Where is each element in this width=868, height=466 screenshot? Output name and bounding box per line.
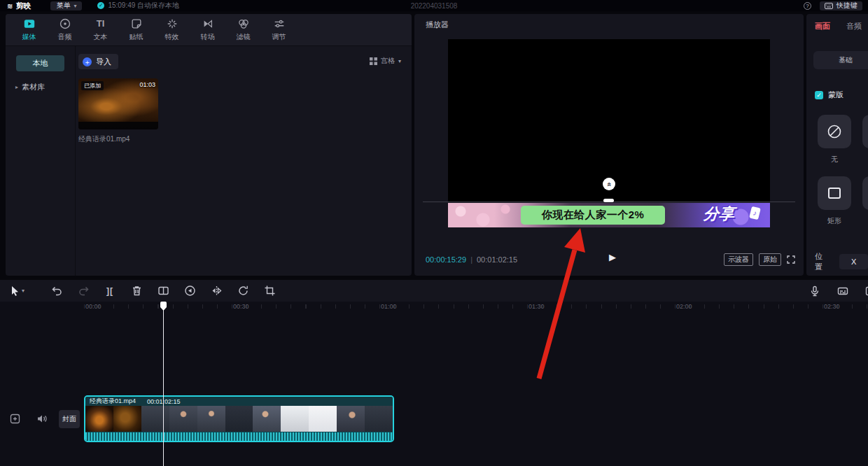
subtitle-preview-strip: 你现在给人家一个2% 分享 ♪: [448, 203, 770, 227]
tab-filters[interactable]: 滤镜: [225, 17, 261, 42]
tab-label: 音频: [58, 32, 72, 42]
microphone-icon[interactable]: [809, 285, 820, 297]
cursor-icon: [10, 285, 20, 296]
import-button[interactable]: ＋ 导入: [78, 54, 118, 69]
tab-transitions[interactable]: 转场: [190, 17, 225, 42]
timeline-toolbar: ▾ ][: [0, 280, 868, 302]
chevron-up-icon: «: [606, 182, 613, 186]
tab-basic[interactable]: 基础: [813, 51, 868, 69]
chevron-down-icon: ▾: [398, 58, 401, 64]
mask-option-none[interactable]: [818, 115, 851, 148]
freeze-frame-button[interactable]: [150, 285, 176, 297]
rotate-icon: [237, 285, 249, 297]
top-bar: ≋ 剪映 菜单 ▾ ✓ 15:09:49 自动保存本地 202204031508…: [0, 0, 868, 11]
redo-icon: [78, 285, 90, 297]
tab-text[interactable]: TI 文本: [83, 17, 118, 42]
mirror-button[interactable]: [203, 285, 230, 297]
select-tool-button[interactable]: ▾: [10, 285, 31, 296]
player-title: 播放器: [426, 20, 449, 30]
captions-icon[interactable]: [837, 285, 848, 297]
timeline-clip[interactable]: 经典语录01.mp4 00:01:02:15: [84, 395, 394, 442]
ratio-button[interactable]: 原始: [759, 253, 781, 266]
mask-option-partial[interactable]: [862, 115, 868, 148]
play-button[interactable]: ▶: [605, 252, 620, 262]
split-button[interactable]: ][: [97, 286, 123, 296]
tab-audio-props[interactable]: 音频: [846, 21, 862, 31]
ruler-label: 02:00: [676, 303, 692, 310]
trash-icon: [131, 285, 143, 297]
subtitle-bubble: 你现在给人家一个2%: [521, 206, 665, 225]
ruler-label: 01:00: [381, 303, 397, 310]
settings-partial-icon[interactable]: [865, 285, 868, 297]
ruler-label: 02:30: [824, 303, 840, 310]
tab-label: 媒体: [22, 32, 36, 42]
grid-view-icon: [370, 57, 377, 65]
plus-icon: ＋: [83, 57, 92, 66]
position-x-field[interactable]: X: [839, 254, 868, 269]
timeline[interactable]: 00:00 00:30 01:00 01:30 02:00 02:30 封面 经…: [0, 302, 868, 466]
undo-button[interactable]: [43, 285, 70, 297]
undo-icon: [51, 285, 63, 297]
playhead[interactable]: [163, 302, 164, 466]
scope-button[interactable]: 示波器: [724, 253, 753, 266]
reverse-button[interactable]: [176, 285, 203, 297]
redo-button[interactable]: [70, 285, 97, 297]
mask-option-partial-2[interactable]: [862, 176, 868, 210]
track-toggle-icon[interactable]: [10, 414, 20, 424]
help-icon[interactable]: ?: [804, 2, 811, 10]
sticker-icon: [130, 17, 143, 30]
fullscreen-icon[interactable]: [787, 255, 795, 264]
split-icon: ][: [106, 286, 113, 296]
clip-filename: 经典语录01.mp4: [90, 397, 136, 406]
rotate-button[interactable]: [230, 285, 256, 297]
tab-effects[interactable]: 特效: [154, 17, 190, 42]
delete-button[interactable]: [123, 285, 150, 297]
mask-rect-label: 矩形: [806, 216, 862, 226]
tab-label: 贴纸: [130, 32, 144, 42]
sidebar-item-library[interactable]: ▸ 素材库: [15, 82, 75, 92]
properties-panel: 画面 音频 基础 ✓ 蒙版 无 矩形 位置 X: [806, 14, 868, 276]
mask-section-header: ✓ 蒙版: [815, 90, 844, 100]
tab-label: 文本: [94, 32, 108, 42]
mirror-icon: [211, 285, 223, 297]
share-overlay-text: 分享: [702, 204, 735, 225]
speaker-icon[interactable]: [36, 414, 48, 424]
transition-icon: [202, 17, 214, 30]
view-mode-selector[interactable]: 宫格 ▾: [370, 56, 401, 66]
tab-label: 转场: [201, 32, 215, 42]
app-logo: ≋ 剪映: [7, 1, 31, 11]
clip-audio-waveform: [85, 432, 393, 441]
media-sidebar: 本地 ▸ 素材库: [6, 46, 76, 276]
tab-adjust[interactable]: 调节: [261, 17, 297, 42]
filter-icon: [237, 17, 250, 30]
text-icon: TI: [97, 17, 105, 30]
freeze-frame-icon: [158, 285, 169, 297]
checkbox-checked-icon[interactable]: ✓: [815, 91, 823, 99]
app-logo-text: 剪映: [15, 1, 31, 11]
timeline-ruler[interactable]: 00:00 00:30 01:00 01:30 02:00 02:30: [0, 302, 868, 312]
mask-option-rectangle[interactable]: [818, 176, 851, 210]
shortcuts-button[interactable]: 快捷键: [820, 1, 862, 10]
chevron-down-icon: ▾: [74, 3, 76, 9]
media-thumbnail[interactable]: 已添加 01:03: [78, 78, 158, 129]
project-title: 202204031508: [411, 2, 458, 10]
cover-button[interactable]: 封面: [59, 410, 80, 428]
collapse-button[interactable]: «: [603, 178, 615, 190]
music-note-icon: ♪: [749, 206, 761, 220]
tab-sticker[interactable]: 贴纸: [118, 17, 154, 42]
sidebar-item-local[interactable]: 本地: [16, 55, 64, 71]
clip-title-bar: 经典语录01.mp4 00:01:02:15: [85, 397, 393, 406]
drag-handle[interactable]: [603, 199, 614, 202]
rectangle-icon: [826, 185, 843, 202]
tab-audio[interactable]: 音频: [47, 17, 83, 42]
tab-picture[interactable]: 画面: [815, 21, 830, 31]
sidebar-item-label: 素材库: [22, 82, 45, 92]
crop-button[interactable]: [256, 285, 283, 297]
position-row: 位置 X: [815, 251, 868, 272]
keyboard-icon: [825, 3, 833, 9]
media-icon: [23, 17, 36, 30]
player-panel: 播放器 « 你现在给人家一个2% 分享 ♪ 00:00:15:29 | 00:0…: [414, 14, 804, 276]
tab-media[interactable]: 媒体: [11, 17, 47, 42]
shortcuts-label: 快捷键: [836, 1, 858, 10]
menu-button[interactable]: 菜单 ▾: [50, 1, 82, 10]
